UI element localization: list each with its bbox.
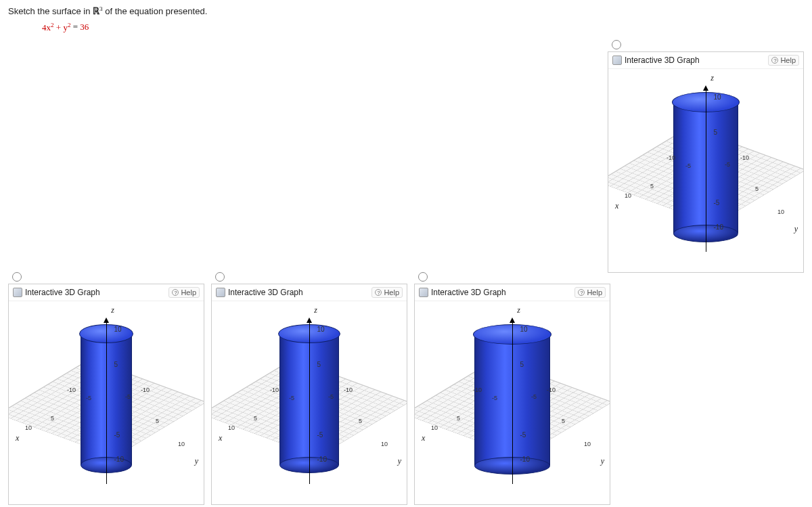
eq-lhs: 4x2 + y2 <box>42 22 70 32</box>
y-axis-label: y <box>398 456 401 466</box>
plane-tick: 10 <box>178 441 185 447</box>
z-tick-n10: -10 <box>714 223 723 231</box>
y-tick-10: 10 <box>777 208 784 215</box>
help-button[interactable]: ? Help <box>168 287 200 298</box>
help-icon: ? <box>375 289 382 296</box>
x-axis-label: x <box>219 433 222 443</box>
plane-tick: 5 <box>359 418 362 424</box>
z-axis-label: z <box>710 73 714 83</box>
x-tick-5: 5 <box>650 183 654 190</box>
x-axis-label: x <box>16 433 19 443</box>
y-axis-label: y <box>794 224 798 234</box>
z-tick-n5: -5 <box>714 199 720 206</box>
graph-header: Interactive 3D Graph ? Help <box>608 52 803 69</box>
plane-tick: -10 <box>141 387 150 393</box>
plane-tick: -5 <box>492 395 497 401</box>
plane-tick: -5 <box>289 395 294 401</box>
plane-tick: 5 <box>51 415 54 422</box>
cube-icon <box>612 56 622 65</box>
help-button[interactable]: ? Help <box>371 287 403 298</box>
plane-tick: 10 <box>584 441 591 447</box>
x-axis-label: x <box>615 201 618 211</box>
cube-icon <box>13 288 22 297</box>
graph-title: Interactive 3D Graph <box>228 288 303 297</box>
z-axis-label: z <box>314 305 317 315</box>
z-tick: 5 <box>317 361 321 368</box>
z-tick: -10 <box>520 456 530 463</box>
x-tick-10: 10 <box>625 192 631 199</box>
graph-card-3: Interactive 3D Graph ? Help z y x 10 <box>211 284 407 505</box>
help-button[interactable]: ? Help <box>768 55 799 66</box>
graph-body-2[interactable]: z y x 10 5 -5 -10 10 10 -10 -10 -5 -5 5 … <box>9 301 204 504</box>
help-icon: ? <box>578 289 585 296</box>
help-icon: ? <box>771 57 778 64</box>
graph-body-4[interactable]: z y x 10 5 -5 -10 10 10 -10 -10 -5 -5 5 … <box>415 301 610 504</box>
z-tick: -10 <box>317 456 327 463</box>
graph-card-4: Interactive 3D Graph ? Help z y x 10 <box>414 284 610 505</box>
z-tick: 5 <box>520 361 524 368</box>
cube-icon <box>419 288 428 297</box>
y-axis-label: y <box>195 456 198 466</box>
y-tick-n10r: -10 <box>740 154 749 161</box>
radio-option-2[interactable] <box>12 272 22 282</box>
answer-option-1: Interactive 3D Graph ? Help <box>608 38 804 273</box>
answer-option-4: Interactive 3D Graph ? Help z y x 10 <box>414 270 610 505</box>
plane-tick: -5 <box>125 393 131 400</box>
help-icon: ? <box>172 289 179 296</box>
plane-tick: -10 <box>547 387 556 393</box>
plane-tick: -5 <box>531 393 537 400</box>
graph-body-3[interactable]: z y x 10 5 -5 -10 10 10 -10 -10 -5 -5 5 … <box>212 301 407 504</box>
help-label: Help <box>587 288 602 296</box>
help-label: Help <box>181 288 196 296</box>
help-button[interactable]: ? Help <box>574 287 606 298</box>
help-label: Help <box>780 56 796 64</box>
help-label: Help <box>384 288 399 296</box>
z-axis-label: z <box>111 305 114 315</box>
equation: 4x2 + y2 = 36 <box>42 21 804 32</box>
plane-tick: -10 <box>67 387 76 393</box>
y-tick-n5: -5 <box>725 161 730 168</box>
plane-tick: 5 <box>156 418 159 424</box>
plane-tick: 10 <box>381 441 388 447</box>
plane-tick: 10 <box>25 424 32 431</box>
z-tick: -5 <box>114 431 120 439</box>
plane-tick: 5 <box>254 415 257 422</box>
x-axis-label: x <box>422 433 425 443</box>
cube-icon <box>216 288 225 297</box>
plane-tick: -10 <box>344 387 353 393</box>
graph-card-2: Interactive 3D Graph ? Help z y x 10 <box>8 284 204 505</box>
q-suffix: of the equation presented. <box>105 6 207 16</box>
plane-tick: 10 <box>228 424 235 431</box>
plane-tick: -5 <box>328 393 334 400</box>
q-prefix: Sketch the surface in <box>8 6 93 16</box>
x-tick-n10: -10 <box>667 154 675 161</box>
z-tick: -10 <box>114 456 124 463</box>
r3-symbol: ℝ3 <box>93 6 103 16</box>
graph-title: Interactive 3D Graph <box>625 56 700 65</box>
eq-rhs: 36 <box>80 22 89 32</box>
graph-body-1[interactable]: z y x 10 5 -5 -10 10 10 -10 -10 -5 -5 5 … <box>608 69 803 272</box>
plane-tick: 5 <box>562 418 565 424</box>
x-tick-n5: -5 <box>685 162 691 169</box>
graph-card-1: Interactive 3D Graph ? Help <box>608 51 804 273</box>
radio-option-1[interactable] <box>612 40 621 49</box>
question-text: Sketch the surface in ℝ3 of the equation… <box>8 5 804 17</box>
radio-option-4[interactable] <box>418 272 428 282</box>
plane-tick: -10 <box>270 387 279 393</box>
plane-tick: -10 <box>473 387 482 393</box>
plane-tick: -5 <box>86 395 91 401</box>
z-tick: 10 <box>317 326 325 333</box>
radio-option-3[interactable] <box>215 272 225 282</box>
z-tick: 5 <box>114 361 118 368</box>
z-axis-label: z <box>517 305 520 315</box>
eq-sign: = <box>70 22 80 32</box>
graph-title: Interactive 3D Graph <box>25 288 100 297</box>
z-tick: 10 <box>520 326 528 333</box>
plane-tick: 5 <box>457 415 460 422</box>
z-tick-5: 5 <box>714 129 718 136</box>
plane-tick: 10 <box>431 424 438 431</box>
answer-option-2: Interactive 3D Graph ? Help z y x 10 <box>8 270 204 505</box>
graph-title: Interactive 3D Graph <box>431 288 506 297</box>
z-tick-10: 10 <box>714 93 721 101</box>
options-row: Interactive 3D Graph ? Help z y x 10 <box>8 270 804 505</box>
